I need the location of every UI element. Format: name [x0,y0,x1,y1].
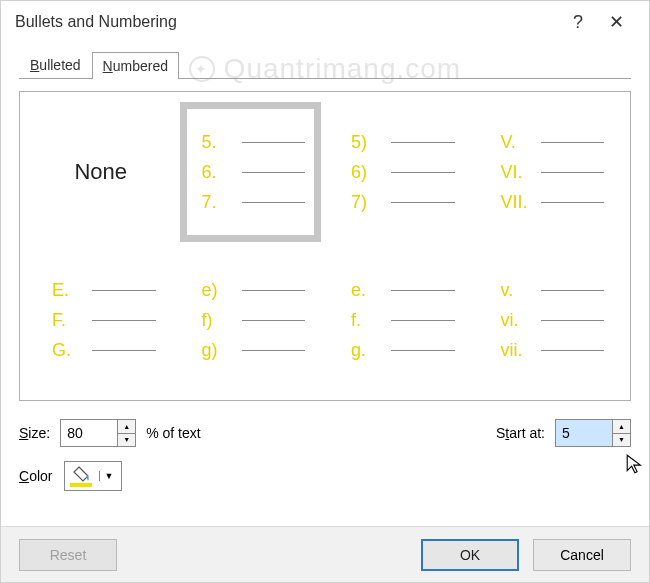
sample-num: VII. [501,192,535,213]
sample-line [242,320,306,321]
sample-line [92,290,156,291]
spin-down-icon[interactable]: ▼ [613,434,630,447]
sample-line [541,172,605,173]
sample-num: 6) [351,162,385,183]
sample-num: g. [351,340,385,361]
dropdown-icon[interactable]: ▼ [99,471,117,481]
gallery-none[interactable]: None [30,102,172,242]
numbering-gallery: None 5. 6. 7. 5) 6) 7) V. VI. VII. E. F.… [19,91,631,401]
reset-button: Reset [19,539,117,571]
svg-rect-0 [70,483,92,487]
tabs: Bulleted Numbered [19,51,631,79]
sample-line [92,320,156,321]
ok-button[interactable]: OK [421,539,519,571]
sample-num: e) [202,280,236,301]
fill-bucket-icon [69,465,93,487]
gallery-style-roman-lower[interactable]: v. vi. vii. [479,250,621,390]
fields-row: Size: ▲ ▼ % of text Start at: ▲ ▼ [19,419,631,447]
dialog-content: Bulleted Numbered None 5. 6. 7. 5) 6) 7)… [1,41,649,491]
sample-num: 5. [202,132,236,153]
sample-line [391,350,455,351]
gallery-style-arabic-period[interactable]: 5. 6. 7. [180,102,322,242]
pct-of-text-label: % of text [146,425,200,441]
sample-num: V. [501,132,535,153]
sample-line [541,350,605,351]
tab-bulleted[interactable]: Bulleted [19,51,92,78]
help-icon[interactable]: ? [559,12,597,33]
start-at-input[interactable] [556,420,612,446]
sample-num: e. [351,280,385,301]
sample-num: g) [202,340,236,361]
sample-line [391,320,455,321]
color-row: Color ▼ [19,461,631,491]
gallery-style-alpha-lower-paren[interactable]: e) f) g) [180,250,322,390]
gallery-style-alpha-upper[interactable]: E. F. G. [30,250,172,390]
start-at-label: Start at: [496,425,545,441]
sample-line [391,142,455,143]
sample-line [242,202,306,203]
sample-line [541,290,605,291]
spin-up-icon[interactable]: ▲ [118,420,135,434]
size-input[interactable] [61,420,117,446]
gallery-style-roman-upper[interactable]: V. VI. VII. [479,102,621,242]
sample-num: 6. [202,162,236,183]
dialog-footer: Reset OK Cancel [1,526,649,582]
start-at-spinner[interactable]: ▲ ▼ [555,419,631,447]
sample-num: 7) [351,192,385,213]
cancel-button[interactable]: Cancel [533,539,631,571]
size-label: Size: [19,425,50,441]
size-spinner[interactable]: ▲ ▼ [60,419,136,447]
sample-num: F. [52,310,86,331]
sample-num: vii. [501,340,535,361]
close-icon[interactable]: ✕ [597,11,635,33]
sample-num: v. [501,280,535,301]
sample-line [391,202,455,203]
spin-down-icon[interactable]: ▼ [118,434,135,447]
sample-num: 7. [202,192,236,213]
titlebar: Bullets and Numbering ? ✕ [1,1,649,41]
gallery-style-alpha-lower-period[interactable]: e. f. g. [329,250,471,390]
sample-num: vi. [501,310,535,331]
tab-numbered[interactable]: Numbered [92,52,179,79]
sample-line [541,142,605,143]
spin-up-icon[interactable]: ▲ [613,420,630,434]
window-title: Bullets and Numbering [15,13,559,31]
sample-num: G. [52,340,86,361]
sample-line [242,350,306,351]
sample-line [92,350,156,351]
sample-line [391,290,455,291]
color-picker-button[interactable]: ▼ [64,461,122,491]
sample-line [242,172,306,173]
sample-num: f) [202,310,236,331]
sample-num: f. [351,310,385,331]
sample-line [242,142,306,143]
gallery-style-arabic-paren[interactable]: 5) 6) 7) [329,102,471,242]
sample-num: VI. [501,162,535,183]
sample-line [391,172,455,173]
color-label: Color [19,468,52,484]
sample-line [541,320,605,321]
sample-num: E. [52,280,86,301]
sample-line [541,202,605,203]
sample-num: 5) [351,132,385,153]
sample-line [242,290,306,291]
